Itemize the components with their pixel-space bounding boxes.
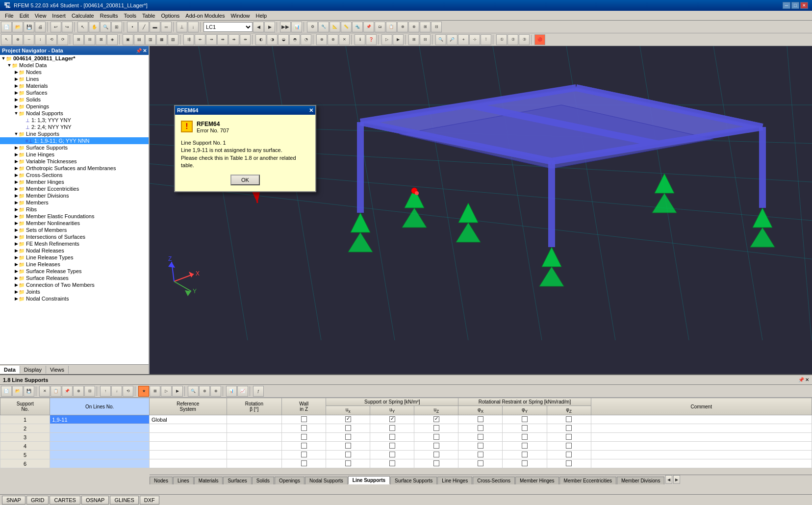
tb2-15[interactable]: ▧ — [168, 34, 178, 45]
ss-expand[interactable]: ▶ — [14, 145, 19, 150]
tb2-21[interactable]: ⇻ — [240, 34, 251, 45]
tree-surfaces[interactable]: ▶ 📁 Surfaces — [0, 89, 149, 96]
table-row[interactable]: 6 — [0, 459, 812, 468]
tb2-30[interactable]: ℹ — [355, 34, 365, 45]
pan-btn[interactable]: ✋ — [89, 22, 100, 32]
col-d-cell[interactable] — [282, 451, 326, 459]
col-a-cell[interactable] — [50, 433, 150, 442]
tab-surface-supports[interactable]: Surface Supports — [390, 477, 437, 484]
tree-line-supports-folder[interactable]: ▼ 📁 Line Supports — [0, 130, 149, 137]
mef-expand[interactable]: ▶ — [14, 214, 19, 219]
tree-nodal-support-2[interactable]: ⊥ 2: 2,4; NYY YNY — [0, 124, 149, 130]
tb2-18[interactable]: ⇸ — [206, 34, 217, 45]
col-i-cell[interactable] — [503, 415, 547, 424]
tb2-13[interactable]: ▥ — [145, 34, 156, 45]
tb-extra-1[interactable]: ⚙ — [307, 22, 318, 32]
tree-line-release-types[interactable]: ▶ 📁 Line Release Types — [0, 254, 149, 261]
col-c-cell[interactable] — [227, 451, 282, 459]
menu-help[interactable]: Help — [253, 12, 270, 20]
md-expand[interactable]: ▶ — [14, 193, 19, 198]
node-btn[interactable]: • — [127, 22, 138, 32]
ribs-expand[interactable]: ▶ — [14, 207, 19, 212]
member-btn[interactable]: ═ — [161, 22, 172, 32]
col-c-cell[interactable] — [227, 433, 282, 442]
lh-expand[interactable]: ▶ — [14, 152, 19, 157]
tbl-tb-4[interactable]: ✕ — [39, 386, 50, 397]
ortho-expand[interactable]: ▶ — [14, 166, 19, 171]
tab-materials[interactable]: Materials — [194, 477, 223, 484]
fem-expand[interactable]: ▶ — [14, 241, 19, 246]
tree-member-elastic[interactable]: ▶ 📁 Member Elastic Foundations — [0, 213, 149, 220]
tree-surface-release-types[interactable]: ▶ 📁 Surface Release Types — [0, 268, 149, 275]
tree-ortho[interactable]: ▶ 📁 Orthotropic Surfaces and Membranes — [0, 165, 149, 172]
tb2-16[interactable]: ⇶ — [183, 34, 194, 45]
table-row[interactable]: 5 — [0, 451, 812, 459]
restore-button[interactable]: □ — [791, 2, 799, 9]
col-f-cell[interactable] — [370, 433, 414, 442]
tbl-tb-8[interactable]: ⊟ — [84, 386, 95, 397]
tb2-9[interactable]: ⊠ — [96, 34, 106, 45]
nodes-expand[interactable]: ▶ — [14, 70, 19, 75]
col-k-cell[interactable] — [591, 459, 812, 468]
calc-btn[interactable]: ▶▶ — [280, 22, 291, 32]
lines-expand[interactable]: ▶ — [14, 76, 19, 81]
tb2-1[interactable]: ↖ — [1, 34, 12, 45]
tree-root[interactable]: ▼ 📁 004614_200811_LLager* — [0, 55, 149, 62]
left-tab-data[interactable]: Data — [0, 366, 20, 374]
col-c-cell[interactable] — [227, 415, 282, 424]
tree-nodal-constraints[interactable]: ▶ 📁 Nodal Constraints — [0, 295, 149, 302]
menu-insert[interactable]: Insert — [49, 12, 69, 20]
nodal-supports-expand[interactable]: ▼ — [14, 111, 19, 116]
tb2-31[interactable]: ❓ — [366, 34, 377, 45]
print-btn[interactable]: 🖨 — [35, 22, 46, 32]
tb2-11[interactable]: ▣ — [123, 34, 133, 45]
col-e-cell[interactable] — [326, 459, 370, 468]
tree-cross-sections[interactable]: ▶ 📁 Cross-Sections — [0, 172, 149, 178]
openings-expand[interactable]: ▶ — [14, 104, 19, 109]
tb-extra-7[interactable]: 🗂 — [375, 22, 385, 32]
col-b-cell[interactable] — [149, 433, 227, 442]
tbl-tb-14[interactable]: ▷ — [161, 386, 172, 397]
tab-member-eccentricities[interactable]: Member Eccentricities — [559, 477, 616, 484]
tree-joints[interactable]: ▶ 📁 Joints — [0, 288, 149, 295]
menu-options[interactable]: Options — [158, 12, 182, 20]
tb2-36[interactable]: 🔍 — [435, 34, 446, 45]
nr-expand[interactable]: ▶ — [14, 248, 19, 253]
next-lc-btn[interactable]: ▶ — [264, 22, 275, 32]
tbl-tb-19[interactable]: 📊 — [226, 386, 237, 397]
tb2-19[interactable]: ⇹ — [217, 34, 228, 45]
tbl-tb-13[interactable]: ⊠ — [150, 386, 160, 397]
col-k-cell[interactable] — [591, 415, 812, 424]
col-h-cell[interactable] — [458, 433, 503, 442]
tb-extra-5[interactable]: 🔩 — [352, 22, 363, 32]
menu-results[interactable]: Results — [97, 12, 121, 20]
col-a-cell[interactable] — [50, 442, 150, 451]
ls-expand[interactable]: ▼ — [14, 131, 19, 136]
tb2-33[interactable]: ▶ — [393, 34, 404, 45]
col-h-cell[interactable] — [458, 451, 503, 459]
col-i-cell[interactable] — [503, 459, 547, 468]
tab-member-hinges[interactable]: Member Hinges — [515, 477, 559, 484]
status-glines[interactable]: GLINES — [110, 496, 138, 505]
close-button[interactable]: ✕ — [800, 2, 808, 9]
dialog-close-btn[interactable]: ✕ — [309, 107, 313, 114]
tb-extra-2[interactable]: 🔧 — [318, 22, 329, 32]
col-e-cell[interactable] — [326, 424, 370, 433]
tbl-tb-9[interactable]: ↑ — [100, 386, 111, 397]
tab-member-divisions[interactable]: Member Divisions — [617, 477, 664, 484]
tbl-tb-7[interactable]: ⊕ — [73, 386, 84, 397]
col-d-cell[interactable] — [282, 433, 326, 442]
open-btn[interactable]: 📂 — [12, 22, 23, 32]
tbl-tb-12[interactable]: ★ — [138, 386, 149, 397]
panel-pin-btn[interactable]: 📌 — [136, 48, 142, 53]
tree-ribs[interactable]: ▶ 📁 Ribs — [0, 206, 149, 213]
col-b-cell[interactable] — [149, 451, 227, 459]
undo-btn[interactable]: ↩ — [51, 22, 61, 32]
minimize-button[interactable]: ─ — [783, 2, 790, 9]
col-k-cell[interactable] — [591, 433, 812, 442]
col-j-cell[interactable] — [547, 415, 591, 424]
lr-expand[interactable]: ▶ — [14, 262, 19, 267]
tb2-6[interactable]: ⟳ — [57, 34, 68, 45]
col-i-cell[interactable] — [503, 424, 547, 433]
status-osnap[interactable]: OSNAP — [81, 496, 109, 505]
